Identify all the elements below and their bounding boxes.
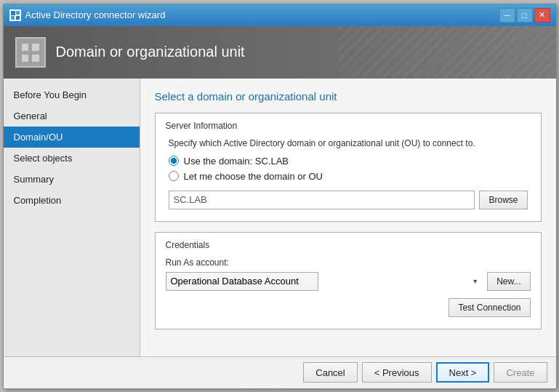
main-content: Select a domain or organizational unit S… <box>140 79 556 356</box>
account-select-wrapper: Operational Database Account <box>166 272 483 291</box>
sidebar-item-general[interactable]: General <box>4 105 140 127</box>
title-controls: ─ □ ✕ <box>499 8 550 23</box>
account-row: Operational Database Account New... <box>166 272 531 291</box>
test-connection-row: Test Connection <box>166 298 531 317</box>
header-title: Domain or organizational unit <box>56 44 245 60</box>
window-icon <box>9 9 21 21</box>
server-info-title: Server Information <box>166 121 531 131</box>
radio-let-me-choose[interactable] <box>169 171 179 181</box>
maximize-button[interactable]: □ <box>517 8 533 23</box>
previous-button[interactable]: < Previous <box>362 362 432 383</box>
watermark: windows-noob.com <box>239 380 319 389</box>
domain-input[interactable] <box>169 191 475 209</box>
minimize-button[interactable]: ─ <box>499 8 515 23</box>
sidebar-item-select-objects[interactable]: Select objects <box>4 148 140 169</box>
create-button[interactable]: Create <box>494 362 547 383</box>
radio-let-me-choose-text: Let me choose the domain or OU <box>184 171 323 182</box>
account-select[interactable]: Operational Database Account <box>166 272 318 291</box>
svg-rect-1 <box>16 11 20 15</box>
sidebar-item-summary[interactable]: Summary <box>4 169 140 190</box>
server-info-group: Server Information Specify which Active … <box>155 113 542 222</box>
content-area: Before You Begin General Domain/OU Selec… <box>4 79 556 356</box>
sidebar-item-domain-ou[interactable]: Domain/OU <box>4 127 140 148</box>
next-button[interactable]: Next > <box>436 362 490 383</box>
window-title: Active Directory connector wizard <box>25 9 166 20</box>
title-bar: Active Directory connector wizard ─ □ ✕ <box>4 4 556 26</box>
server-info-description: Specify which Active Directory domain or… <box>166 138 531 148</box>
sidebar-item-completion[interactable]: Completion <box>4 190 140 211</box>
header-icon <box>15 37 46 68</box>
svg-rect-2 <box>11 16 15 20</box>
wizard-window: Active Directory connector wizard ─ □ ✕ … <box>3 4 557 389</box>
header-bar: Domain or organizational unit <box>4 26 556 79</box>
svg-rect-0 <box>11 11 15 15</box>
radio-use-domain-label[interactable]: Use the domain: SC.LAB <box>166 156 531 167</box>
browse-button[interactable]: Browse <box>479 191 527 209</box>
cancel-button[interactable]: Cancel <box>303 362 357 383</box>
domain-input-row: Browse <box>166 191 531 209</box>
test-connection-button[interactable]: Test Connection <box>449 298 530 317</box>
svg-rect-3 <box>16 16 20 20</box>
new-button[interactable]: New... <box>487 272 530 291</box>
credentials-group: Credentials Run As account: Operational … <box>155 232 542 329</box>
run-as-label: Run As account: <box>166 257 531 268</box>
radio-let-me-choose-label[interactable]: Let me choose the domain or OU <box>166 171 531 182</box>
sidebar: Before You Begin General Domain/OU Selec… <box>4 79 140 356</box>
close-button[interactable]: ✕ <box>534 8 550 23</box>
radio-use-domain-text: Use the domain: SC.LAB <box>184 156 289 167</box>
credentials-title: Credentials <box>166 240 531 250</box>
sidebar-item-before-you-begin[interactable]: Before You Begin <box>4 84 140 105</box>
radio-use-domain[interactable] <box>169 156 179 166</box>
title-bar-left: Active Directory connector wizard <box>9 9 166 21</box>
section-title: Select a domain or organizational unit <box>155 90 542 103</box>
